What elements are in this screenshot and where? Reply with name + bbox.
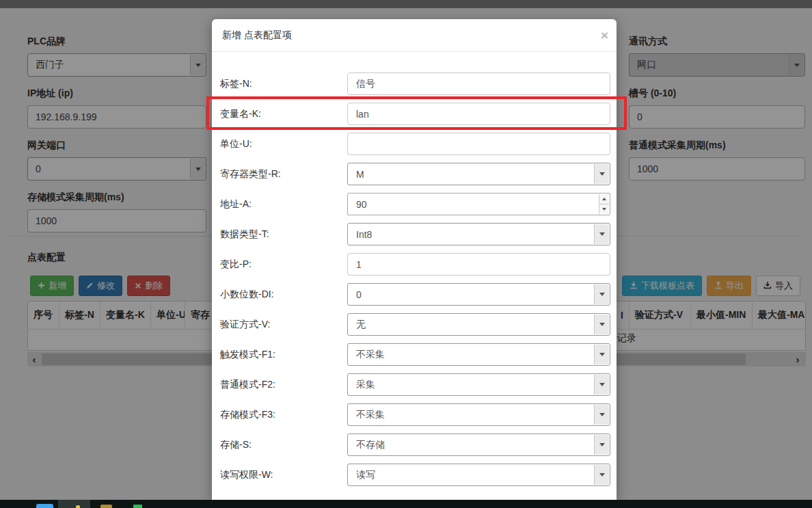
- modal-field-normal-mode-f2-label: 普通模式-F2:: [220, 379, 347, 391]
- modal-field-address-number-input[interactable]: 90: [347, 193, 610, 215]
- chevron-down-icon: [594, 405, 609, 425]
- modal-field-rw-permission-label: 读写权限-W:: [220, 469, 347, 481]
- modal-field-verify-mode-select[interactable]: 无: [347, 313, 610, 336]
- modal-field-var-name-input[interactable]: lan: [347, 103, 610, 125]
- modal-field-tag-label: 标签-N:: [220, 78, 347, 90]
- modal-field-ratio-input[interactable]: 1: [347, 253, 610, 276]
- modal-field-var-name: 变量名-K: lan: [220, 103, 610, 125]
- modal-field-ratio-label: 变比-P:: [220, 258, 347, 271]
- modal-field-ratio: 变比-P: 1: [220, 253, 610, 276]
- modal-field-trigger-mode-f1-label: 触发模式-F1:: [220, 349, 347, 361]
- modal-field-normal-mode-f2-select[interactable]: 采集: [347, 373, 610, 396]
- chevron-down-icon: [594, 224, 609, 244]
- modal-field-trigger-mode-f1-select[interactable]: 不采集: [347, 343, 610, 366]
- chevron-down-icon: [594, 375, 609, 395]
- taskbar-icon-gold[interactable]: [100, 505, 112, 508]
- modal-field-rw-permission-select[interactable]: 读写: [347, 464, 610, 486]
- modal-body: 标签-N: 信号 变量名-K: lan 单位-U: 寄存器类型-R: M: [212, 52, 617, 486]
- browser-top-strip: [0, 0, 812, 8]
- modal-field-register-type: 寄存器类型-R: M: [220, 163, 610, 185]
- modal-field-data-type: 数据类型-T: Int8: [220, 223, 610, 245]
- taskbar-icon-green[interactable]: [133, 505, 142, 508]
- taskbar-active-app[interactable]: [58, 500, 90, 508]
- modal-field-unit-label: 单位-U:: [220, 138, 347, 150]
- modal-field-data-type-label: 数据类型-T:: [220, 228, 347, 241]
- modal-field-data-type-select[interactable]: Int8: [347, 223, 610, 245]
- modal-field-decimals-label: 小数位数-DI:: [220, 289, 347, 301]
- modal-field-storage-mode-f3-select[interactable]: 不采集: [347, 403, 610, 426]
- close-icon[interactable]: ×: [601, 29, 608, 42]
- modal-field-address: 地址-A: 90: [220, 193, 610, 215]
- modal-field-register-type-select[interactable]: M: [347, 163, 610, 185]
- chevron-down-icon: [594, 284, 609, 304]
- modal-field-storage-mode-f3: 存储模式-F3: 不采集: [220, 403, 610, 426]
- spinner-down-icon: [599, 204, 609, 214]
- modal-field-verify-mode: 验证方式-V: 无: [220, 313, 610, 336]
- modal-field-normal-mode-f2: 普通模式-F2: 采集: [220, 373, 610, 396]
- modal-field-verify-mode-label: 验证方式-V:: [220, 319, 347, 331]
- screen: PLC品牌 西门子 IP地址 (ip) 192.168.9.199 网关端口 0…: [0, 0, 812, 508]
- modal-field-register-type-label: 寄存器类型-R:: [220, 168, 347, 181]
- modal-field-address-label: 地址-A:: [220, 198, 347, 211]
- modal-field-decimals: 小数位数-DI: 0: [220, 283, 610, 306]
- modal-field-storage-s-select[interactable]: 不存储: [347, 433, 610, 456]
- modal-header: 新增 点表配置项 ×: [212, 19, 617, 52]
- taskbar-icon-blue[interactable]: [36, 504, 53, 508]
- modal-field-var-name-label: 变量名-K:: [220, 108, 347, 120]
- modal-field-decimals-select[interactable]: 0: [347, 283, 610, 306]
- modal-field-trigger-mode-f1: 触发模式-F1: 不采集: [220, 343, 610, 366]
- modal-field-tag-input[interactable]: 信号: [347, 72, 610, 95]
- modal-field-unit-input[interactable]: [347, 133, 610, 155]
- modal-field-unit: 单位-U:: [220, 133, 610, 155]
- modal-title: 新增 点表配置项: [222, 29, 292, 42]
- modal-field-storage-mode-f3-label: 存储模式-F3:: [220, 409, 347, 421]
- modal-field-storage-s-label: 存储-S:: [220, 439, 347, 451]
- chevron-down-icon: [594, 435, 609, 455]
- chevron-down-icon: [594, 164, 609, 184]
- chevron-down-icon: [594, 315, 609, 334]
- modal-field-rw-permission: 读写权限-W: 读写: [220, 464, 610, 486]
- taskbar-icon-yellow[interactable]: [76, 505, 80, 508]
- modal-field-tag: 标签-N: 信号: [220, 72, 610, 95]
- modal-field-storage-s: 存储-S: 不存储: [220, 433, 610, 456]
- chevron-down-icon: [594, 465, 609, 485]
- add-point-config-modal: 新增 点表配置项 × 标签-N: 信号 变量名-K: lan 单位-U: 寄存器…: [212, 19, 617, 500]
- windows-taskbar[interactable]: [0, 500, 812, 508]
- chevron-down-icon: [594, 345, 609, 364]
- spinner-up-icon: [599, 194, 609, 204]
- number-spinner[interactable]: [599, 194, 609, 214]
